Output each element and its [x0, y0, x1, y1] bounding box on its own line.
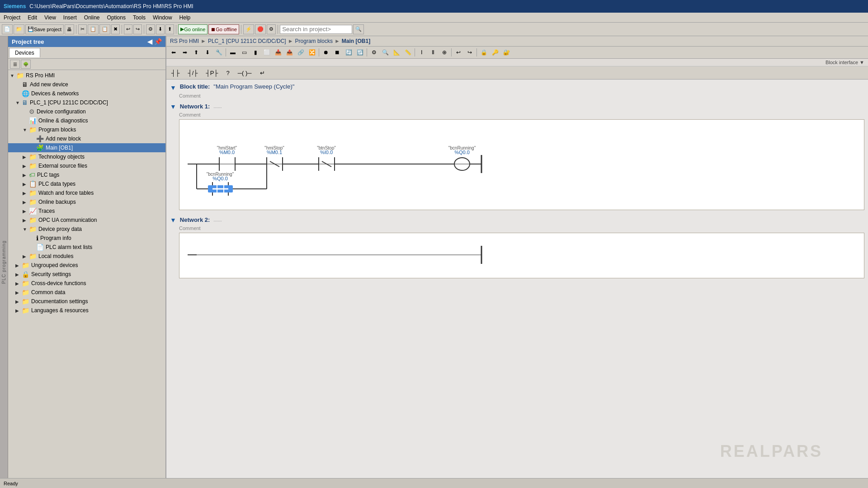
ed-btn-19[interactable]: 🔍: [380, 47, 391, 57]
new-button[interactable]: 📄: [2, 24, 13, 34]
undo-button[interactable]: ↩: [124, 24, 132, 34]
tree-traces[interactable]: ▶ 📈 Traces: [8, 206, 165, 216]
tree-device-config[interactable]: ⚙ Device configuration: [8, 107, 165, 116]
tree-local-modules[interactable]: ▶ 📁 Local modules: [8, 252, 165, 261]
tree-plc-alarm[interactable]: 📄 PLC alarm text lists: [8, 243, 165, 252]
ed-btn-26[interactable]: ↪: [464, 47, 475, 57]
open-button[interactable]: 📁: [14, 24, 24, 34]
redo-button[interactable]: ↪: [133, 24, 142, 34]
ed-btn-20[interactable]: 📐: [391, 47, 402, 57]
tree-add-device[interactable]: 🖥 Add new device: [8, 80, 165, 89]
block-title-collapse-icon[interactable]: ▼: [170, 84, 176, 91]
editor-area[interactable]: ▼ Block title: "Main Program Sweep (Cycl…: [166, 80, 868, 488]
tree-devices-networks[interactable]: 🌐 Devices & networks: [8, 89, 165, 98]
tree-plc-tags[interactable]: ▶ 🏷 PLC tags: [8, 170, 165, 179]
save-button[interactable]: 💾 Save project: [25, 24, 64, 34]
menu-project[interactable]: Project: [0, 14, 24, 22]
ed-btn-8[interactable]: ▮: [250, 47, 261, 57]
block-interface-collapse-icon[interactable]: ▼: [859, 60, 864, 65]
ed-btn-7[interactable]: ▭: [239, 47, 250, 57]
tree-main-ob1[interactable]: 🧩 Main [OB1]: [8, 143, 165, 152]
paste-button[interactable]: 📋: [99, 24, 110, 34]
lad-return[interactable]: ↵: [257, 67, 268, 78]
ed-btn-12[interactable]: 🔗: [295, 47, 306, 57]
menu-edit[interactable]: Edit: [24, 14, 41, 22]
tree-watch-force[interactable]: ▶ 📁 Watch and force tables: [8, 188, 165, 197]
ed-btn-18[interactable]: ⚙: [368, 47, 379, 57]
network-2-collapse-icon[interactable]: ▼: [170, 216, 176, 224]
lad-coil[interactable]: ─( )─: [235, 67, 255, 78]
menu-tools[interactable]: Tools: [129, 14, 149, 22]
ed-btn-27[interactable]: 🔒: [478, 47, 489, 57]
download-button[interactable]: ⬇: [156, 24, 165, 34]
tree-program-info[interactable]: ℹ Program info: [8, 234, 165, 243]
tree-ext-sources[interactable]: ▶ 📁 External source files: [8, 161, 165, 170]
menu-view[interactable]: View: [41, 14, 60, 22]
ed-btn-22[interactable]: Ⅰ: [416, 47, 427, 57]
lad-contact-no[interactable]: ┤├: [168, 67, 183, 78]
tree-online-backups[interactable]: ▶ 📁 Online backups: [8, 197, 165, 206]
network-1-ladder[interactable]: %M0.0 "hmiStart" %M0.1 "hmiStop": [179, 119, 864, 210]
settings-button[interactable]: ⚙: [267, 24, 276, 34]
ed-btn-25[interactable]: ↩: [453, 47, 464, 57]
ed-btn-16[interactable]: 🔄: [343, 47, 354, 57]
devices-tab[interactable]: Devices: [9, 48, 40, 57]
tree-add-block[interactable]: ➕ Add new block: [8, 134, 165, 143]
tree-plc1[interactable]: ▼ 🖥 PLC_1 [CPU 1211C DC/DC/DC]: [8, 98, 165, 107]
ed-btn-13[interactable]: 🔀: [307, 47, 317, 57]
cut-button[interactable]: ✂: [78, 24, 87, 34]
compile-button[interactable]: ⚙: [146, 24, 155, 34]
tree-online-diag[interactable]: 📊 Online & diagnostics: [8, 116, 165, 125]
go-offline-button[interactable]: ⏹ Go offline: [208, 24, 239, 34]
network-2-ladder[interactable]: [179, 233, 864, 278]
copy-button[interactable]: 📋: [88, 24, 99, 34]
pt-tree-view-button[interactable]: 🌳: [21, 60, 31, 69]
ed-btn-10[interactable]: 📥: [273, 47, 283, 57]
tree-security[interactable]: ▶ 🔒 Security settings: [8, 270, 165, 279]
tree-common-data[interactable]: ▶ 📁 Common data: [8, 288, 165, 297]
ed-btn-24[interactable]: ⊕: [439, 47, 450, 57]
stop-simulation[interactable]: 🛑: [255, 24, 266, 34]
start-simulation[interactable]: ⚡: [243, 24, 254, 34]
tree-lang-resources[interactable]: ▶ 📁 Languages & resources: [8, 306, 165, 315]
upload-button[interactable]: ⬆: [165, 24, 174, 34]
go-online-button[interactable]: ▶ Go online: [178, 24, 208, 34]
ed-btn-5[interactable]: 🔧: [213, 47, 224, 57]
tree-device-proxy[interactable]: ▼ 📁 Device proxy data: [8, 225, 165, 234]
ed-btn-14[interactable]: ⏺: [321, 47, 331, 57]
ed-btn-21[interactable]: 📏: [402, 47, 413, 57]
tree-doc-settings[interactable]: ▶ 📁 Documentation settings: [8, 297, 165, 306]
menu-help[interactable]: Help: [176, 14, 194, 22]
lad-contact-nc[interactable]: ┤/├: [184, 67, 201, 78]
ed-btn-6[interactable]: ▬: [227, 47, 238, 57]
network-1-collapse-icon[interactable]: ▼: [170, 103, 176, 110]
ed-btn-9[interactable]: ⬜: [261, 47, 272, 57]
tree-tech-objects[interactable]: ▶ 📁 Technology objects: [8, 152, 165, 161]
tree-plc-datatypes[interactable]: ▶ 📋 PLC data types: [8, 179, 165, 188]
tree-ungrouped[interactable]: ▶ 📁 Ungrouped devices: [8, 261, 165, 270]
ed-btn-15[interactable]: ⏹: [332, 47, 343, 57]
tree-cross-device[interactable]: ▶ 📁 Cross-device functions: [8, 279, 165, 288]
ed-btn-29[interactable]: 🔐: [501, 47, 512, 57]
ed-btn-3[interactable]: ⬆: [191, 47, 202, 57]
ed-btn-11[interactable]: 📤: [284, 47, 295, 57]
collapse-tree-button[interactable]: ◀: [147, 38, 152, 45]
ed-btn-4[interactable]: ⬇: [202, 47, 213, 57]
menu-online[interactable]: Online: [80, 14, 104, 22]
ed-btn-28[interactable]: 🔑: [490, 47, 500, 57]
tree-root[interactable]: ▼ 📁 RS Pro HMI: [8, 71, 165, 80]
print-button[interactable]: 🖶: [65, 24, 74, 34]
lad-contact-pos-edge[interactable]: ┤P├: [203, 67, 221, 78]
tree-program-blocks[interactable]: ▼ 📁 Program blocks: [8, 125, 165, 134]
search-input[interactable]: [280, 25, 352, 34]
menu-insert[interactable]: Insert: [60, 14, 80, 22]
menu-window[interactable]: Window: [149, 14, 176, 22]
search-button[interactable]: 🔍: [353, 24, 364, 34]
pt-show-all-button[interactable]: ☰: [10, 60, 20, 69]
delete-button[interactable]: ✖: [111, 24, 120, 34]
ed-btn-23[interactable]: Ⅱ: [428, 47, 439, 57]
ed-btn-1[interactable]: ⬅: [168, 47, 179, 57]
lad-contact-neg-edge[interactable]: ?: [223, 67, 233, 78]
ed-btn-17[interactable]: 🔃: [354, 47, 365, 57]
menu-options[interactable]: Options: [104, 14, 129, 22]
